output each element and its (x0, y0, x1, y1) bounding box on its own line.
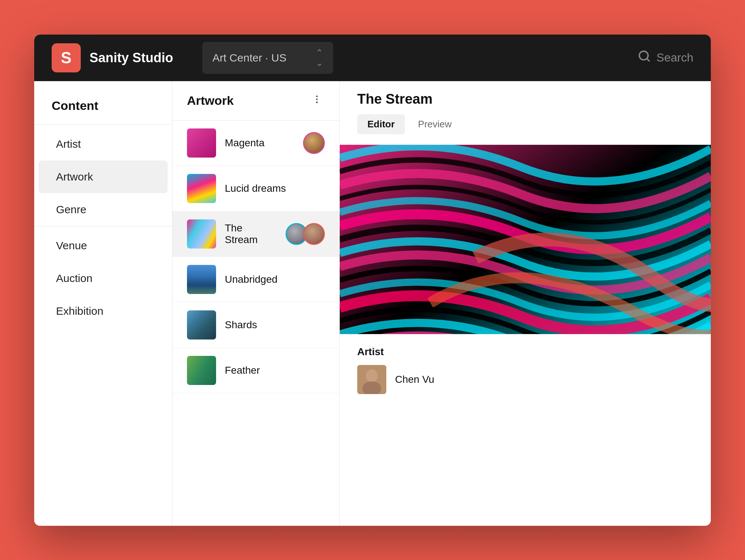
detail-artwork-image (340, 145, 711, 334)
thumbnail-the-stream (187, 219, 216, 249)
svg-line-1 (647, 59, 649, 61)
thumbnail-shards (187, 310, 216, 339)
list-panel-title: Artwork (187, 94, 234, 108)
thumbnail-magenta (187, 128, 216, 158)
item-name-lucid-dreams: Lucid dreams (225, 183, 325, 194)
tab-preview[interactable]: Preview (408, 114, 462, 134)
sidebar-item-exhibition[interactable]: Exhibition (39, 295, 168, 327)
avatar-1 (303, 132, 325, 154)
artist-preview[interactable]: Chen Vu (357, 365, 693, 394)
sidebar-item-artwork[interactable]: Artwork (39, 160, 168, 193)
list-panel-header: Artwork (172, 81, 339, 120)
sidebar-item-genre[interactable]: Genre (39, 193, 168, 226)
item-name-unabridged: Unabridged (225, 274, 325, 285)
app-logo: S (52, 43, 81, 72)
search-icon (638, 49, 651, 66)
artist-thumbnail (357, 365, 386, 394)
artist-name: Chen Vu (395, 374, 434, 385)
app-title: Sanity Studio (89, 50, 173, 65)
detail-title: The Stream (357, 91, 693, 107)
list-item-the-stream[interactable]: The Stream (172, 211, 339, 257)
artist-section-title: Artist (357, 346, 693, 358)
svg-point-3 (316, 98, 318, 100)
list-item-unabridged[interactable]: Unabridged (172, 257, 339, 302)
detail-header: The Stream Editor Preview (340, 81, 711, 145)
detail-panel: The Stream Editor Preview (340, 81, 711, 526)
item-name-the-stream: The Stream (225, 222, 277, 246)
item-name-magenta: Magenta (225, 137, 294, 149)
thumbnail-unabridged (187, 265, 216, 294)
search-bar[interactable]: Search (638, 49, 693, 66)
avatars-magenta (303, 132, 325, 154)
item-name-shards: Shards (225, 319, 325, 331)
browser-window: S Sanity Studio Art Center · US ⌃⌄ Searc… (34, 35, 711, 526)
logo-block: S Sanity Studio (52, 43, 173, 72)
sidebar-item-venue[interactable]: Venue (39, 229, 168, 262)
more-menu-button[interactable] (309, 91, 325, 110)
item-name-feather: Feather (225, 365, 325, 376)
avatars-the-stream (286, 223, 325, 245)
svg-point-7 (366, 369, 378, 382)
svg-point-4 (316, 101, 318, 103)
sidebar-header: Content (34, 90, 172, 124)
avatar-stream-2 (303, 223, 325, 245)
main-content: Content Artist Artwork Genre Venue Aucti… (34, 81, 711, 526)
search-label: Search (657, 51, 693, 64)
chevron-icon: ⌃⌄ (316, 48, 323, 68)
thumbnail-feather (187, 356, 216, 385)
sidebar-item-artist[interactable]: Artist (39, 128, 168, 160)
tab-editor[interactable]: Editor (357, 114, 405, 134)
list-item-shards[interactable]: Shards (172, 302, 339, 348)
list-item-lucid-dreams[interactable]: Lucid dreams (172, 166, 339, 211)
workspace-label: Art Center · US (212, 52, 286, 64)
workspace-selector[interactable]: Art Center · US ⌃⌄ (202, 42, 333, 74)
list-item-magenta[interactable]: Magenta (172, 120, 339, 166)
detail-section-artist: Artist Chen Vu (340, 334, 711, 406)
list-item-feather[interactable]: Feather (172, 348, 339, 393)
navbar: S Sanity Studio Art Center · US ⌃⌄ Searc… (34, 35, 711, 81)
list-panel: Artwork Magenta (172, 81, 340, 526)
detail-tabs: Editor Preview (357, 114, 693, 134)
sidebar-divider (34, 124, 172, 125)
sidebar-item-auction[interactable]: Auction (39, 262, 168, 295)
thumbnail-lucid-dreams (187, 174, 216, 203)
svg-point-2 (316, 95, 318, 97)
sidebar-divider-2 (34, 226, 172, 226)
sidebar: Content Artist Artwork Genre Venue Aucti… (34, 81, 172, 526)
